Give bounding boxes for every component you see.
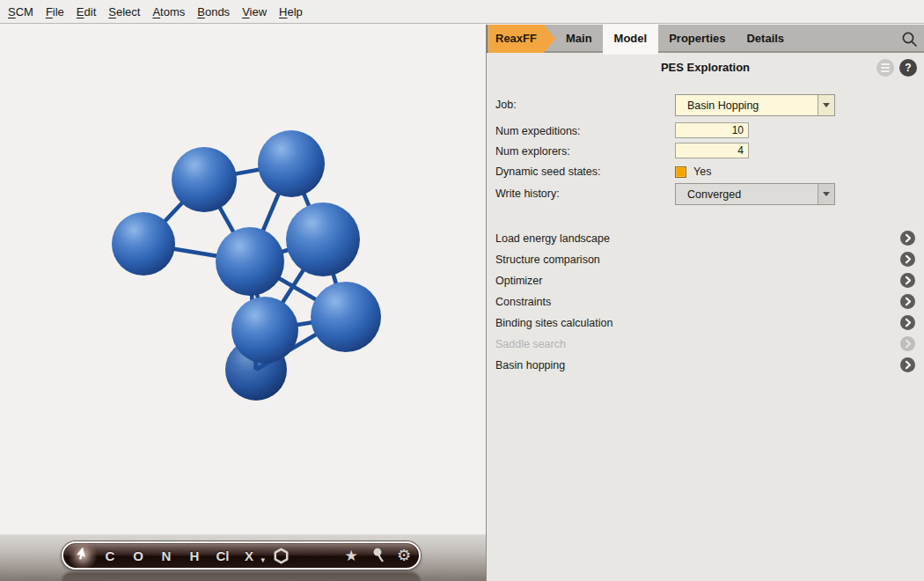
tab-model[interactable]: Model — [603, 25, 659, 55]
panel-link-constraints[interactable]: Constraints — [487, 292, 924, 312]
application-window: SCMFileEditSelectAtomsBondsViewHelp CONH… — [0, 0, 924, 581]
molecule-3d-view[interactable] — [0, 25, 486, 534]
panel-body: PES Exploration ? Job:Basin HoppingNum e… — [487, 53, 924, 581]
page-title: PES Exploration — [487, 61, 924, 74]
panel-help-button[interactable]: ? — [899, 59, 917, 77]
caret-down-icon: ▾ — [260, 555, 265, 564]
element-x-picker-label: X — [245, 548, 253, 563]
panel-link-structure-comparison[interactable]: Structure comparison — [487, 250, 924, 269]
panel-link-load-energy-landscape[interactable]: Load energy landscape — [487, 229, 924, 248]
job-value: Basin Hopping — [676, 99, 818, 112]
link-label: Binding sites calculation — [495, 313, 612, 333]
link-label: Load energy landscape — [495, 229, 610, 248]
viewer-floor: CONHClX▾ ★ ⚙ — [0, 534, 486, 581]
panel-link-saddle-search: Saddle search — [487, 335, 924, 354]
element-o[interactable]: O — [125, 543, 151, 568]
menu-file[interactable]: File — [46, 0, 64, 23]
panel-link-binding-sites-calculation[interactable]: Binding sites calculation — [487, 313, 924, 333]
chevron-right-icon — [900, 336, 915, 351]
link-label: Optimizer — [495, 271, 542, 290]
atom-sphere[interactable] — [286, 202, 360, 276]
element-cl-label: Cl — [216, 548, 230, 563]
link-label: Constraints — [495, 292, 551, 312]
dynamic-seed-states-label: Dynamic seed states: — [495, 165, 601, 179]
search-icon — [901, 31, 918, 48]
num-explorers-input[interactable]: 4 — [675, 143, 749, 158]
panel-link-optimizer[interactable]: Optimizer — [487, 271, 924, 290]
element-cl[interactable]: Cl — [209, 543, 236, 568]
atom-sphere[interactable] — [112, 212, 175, 276]
num-expeditions-input[interactable]: 10 — [675, 122, 749, 138]
menu-select[interactable]: Select — [108, 0, 140, 23]
atom-sphere[interactable] — [172, 147, 237, 212]
dynamic-seed-states-value: Yes — [693, 165, 711, 179]
star-icon: ★ — [344, 548, 357, 563]
link-label: Structure comparison — [495, 250, 600, 269]
job-label: Job: — [495, 98, 517, 112]
menu-help[interactable]: Help — [279, 0, 303, 23]
gear-icon: ⚙ — [397, 548, 411, 563]
num-explorers-label: Num explorers: — [495, 144, 570, 158]
pin-icon — [371, 548, 385, 563]
atom-sphere[interactable] — [258, 130, 325, 197]
benzene-ring-icon — [273, 548, 290, 564]
num-expeditions-label: Num expeditions: — [495, 124, 581, 138]
hamburger-icon — [881, 63, 890, 65]
ring-tool[interactable] — [268, 543, 294, 568]
element-c-label: C — [106, 548, 115, 563]
help-icon: ? — [905, 62, 911, 74]
element-h[interactable]: H — [181, 543, 208, 568]
favorites-tool[interactable]: ★ — [338, 543, 364, 568]
link-label: Basin hopping — [495, 356, 565, 375]
molecule-viewer[interactable]: CONHClX▾ ★ ⚙ — [0, 25, 486, 581]
tab-main[interactable]: Main — [555, 25, 603, 53]
toolbar-reflection — [62, 572, 421, 581]
chevron-right-icon[interactable] — [900, 231, 915, 246]
element-c[interactable]: C — [97, 543, 123, 568]
settings-panel: ReaxFFMainModelPropertiesDetails PES Exp… — [487, 25, 924, 581]
job-dropdown[interactable]: Basin Hopping — [675, 94, 835, 116]
element-toolbar: CONHClX▾ ★ ⚙ — [62, 541, 421, 570]
atom-sphere[interactable] — [231, 297, 298, 364]
toolbar-settings[interactable]: ⚙ — [391, 543, 417, 568]
panel-menu-button[interactable] — [876, 59, 894, 77]
dynamic-seed-states-checkbox[interactable] — [675, 166, 686, 178]
menu-scm[interactable]: SCM — [8, 0, 33, 23]
panel-link-basin-hopping[interactable]: Basin hopping — [487, 356, 924, 375]
select-cursor-tool[interactable] — [70, 543, 96, 568]
atom-sphere[interactable] — [311, 282, 381, 352]
menu-bonds[interactable]: Bonds — [197, 0, 230, 23]
element-n[interactable]: N — [153, 543, 180, 568]
cursor-arrow-icon — [76, 548, 90, 563]
menu-view[interactable]: View — [242, 0, 267, 23]
tabs: ReaxFFMainModelPropertiesDetails — [488, 25, 924, 53]
search-button[interactable] — [901, 31, 918, 48]
tab-reaxff[interactable]: ReaxFF — [488, 25, 555, 53]
pin-tool[interactable] — [365, 543, 392, 568]
write-history-label: Write history: — [495, 187, 560, 201]
chevron-right-icon[interactable] — [900, 252, 915, 267]
element-n-label: N — [162, 548, 172, 563]
menu-atoms[interactable]: Atoms — [152, 0, 185, 23]
tab-details[interactable]: Details — [736, 25, 795, 53]
menu-edit[interactable]: Edit — [77, 0, 96, 23]
element-x-picker[interactable]: X▾ — [236, 543, 262, 568]
element-o-label: O — [133, 548, 143, 563]
menu-bar: SCMFileEditSelectAtomsBondsViewHelp — [0, 0, 924, 24]
dropdown-arrow-icon[interactable] — [818, 184, 834, 204]
chevron-right-icon[interactable] — [900, 273, 915, 288]
write-history-dropdown[interactable]: Converged — [675, 183, 835, 205]
chevron-right-icon[interactable] — [900, 357, 915, 372]
chevron-right-icon[interactable] — [900, 294, 915, 309]
element-h-label: H — [190, 548, 200, 563]
dropdown-arrow-icon[interactable] — [818, 95, 834, 115]
atom-sphere[interactable] — [216, 227, 284, 296]
tab-properties[interactable]: Properties — [658, 25, 736, 53]
link-label: Saddle search — [495, 335, 566, 354]
write-history-value: Converged — [676, 188, 818, 201]
chevron-right-icon[interactable] — [900, 315, 915, 330]
tab-bar: ReaxFFMainModelPropertiesDetails — [487, 25, 924, 53]
